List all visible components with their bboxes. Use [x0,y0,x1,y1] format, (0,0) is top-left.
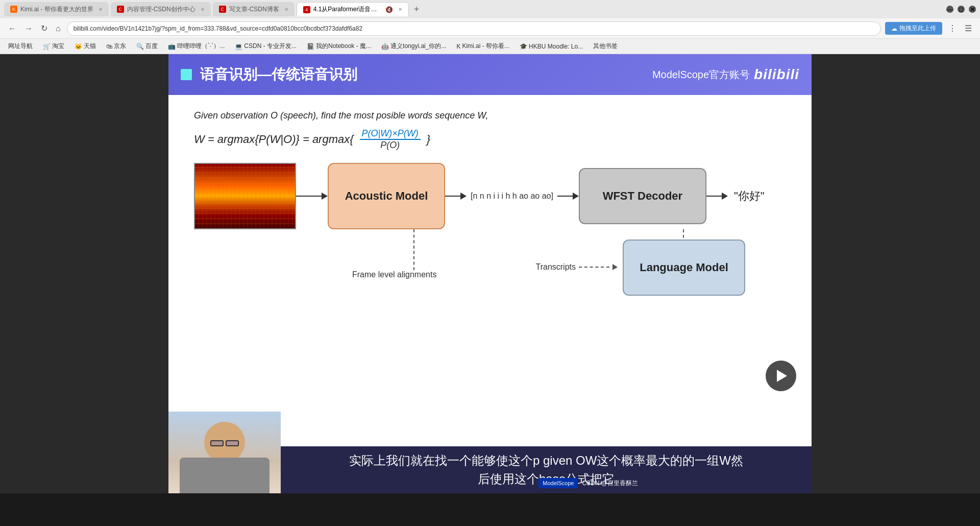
close-button[interactable]: ✕ [969,6,976,13]
arrowhead-1 [322,193,328,200]
bookmark-kimi[interactable]: K Kimi.ai - 帮你看... [452,41,513,52]
tab-close-csdn-write[interactable]: ✕ [284,7,288,12]
modelscope-text: ModelScope [543,480,574,486]
reload-button[interactable]: ↻ [39,21,50,35]
forward-button[interactable]: → [22,22,35,35]
h-line-1 [296,196,322,197]
cloud-icon: ☁ [891,25,897,32]
nav-bar: ← → ↻ ⌂ ☁ 拖拽至此上传 ⋮ ☰ [0,18,980,39]
csdn-watermark: CSDN @百里香酥兰 [582,479,638,488]
fraction-numerator: P(O|W)×P(W) [360,128,421,140]
new-tab-button[interactable]: + [411,4,423,15]
tab-bilibili-video[interactable]: 4 4.1从Paraformer语音识别了 🔇 ✕ [297,2,409,16]
play-icon [777,370,787,382]
subtitle-line1: 实际上我们就在找一个能够使这个p given OW这个概率最大的的一组W然 [349,451,743,470]
menu-button[interactable]: ☰ [963,21,974,35]
tab-csdn-write[interactable]: C 写文章-CSDN博客 ✕ [213,2,295,16]
h-line-2 [445,196,460,197]
bookmark-baidu[interactable]: 🔍 百度 [132,41,162,52]
bookmark-other[interactable]: 其他书签 [589,41,622,52]
avatar-person [168,412,281,493]
person-body [180,458,270,493]
spectrogram-overlay [195,164,295,228]
formula-section: Given observation O (speech), find the m… [194,110,786,151]
language-model-box: Language Model [623,240,745,296]
bookmark-csdn[interactable]: 💻 CSDN - 专业开发... [231,41,301,52]
arrow-acoustic-phoneme [445,193,467,200]
browser-chrome: K Kimi.ai - 帮你看更大的世界 ✕ C 内容管理-CSDN创作中心 ✕… [0,0,980,54]
bookmark-bilibili[interactable]: 📺 哔哩哔哩（`·`）... [164,41,229,52]
tab-close-bilibili[interactable]: ✕ [398,7,402,12]
address-bar[interactable] [67,21,881,36]
transcripts-label: Transcripts [535,262,576,272]
formula-equation: W = argmax{P(W|O)} = argmax{ P(O|W)×P(W)… [194,128,786,151]
arrowhead-transcripts [612,264,618,270]
video-container: 语音识别—传统语音识别 ModelScope官方账号 bilibili Give… [0,54,980,493]
bookmark-notebook[interactable]: 📓 我的Notebook - 魔... [303,41,375,52]
back-button[interactable]: ← [6,22,18,35]
extensions-button[interactable]: ⋮ [946,21,959,35]
arrow-wfst-output [706,193,728,200]
slide-header: 语音识别—传统语音识别 ModelScope官方账号 bilibili [168,54,812,95]
window-controls: — □ ✕ [946,6,976,13]
tab-close-kimi[interactable]: ✕ [99,7,103,12]
minimize-button[interactable]: — [946,6,953,13]
wfst-decoder-label: WFST Decoder [603,189,682,203]
home-button[interactable]: ⌂ [54,22,63,35]
avatar-area [168,412,281,493]
modelscope-logo: ModelScope [538,478,578,488]
formula-left: W = argmax{P(W|O)} = argmax{ [194,133,354,146]
arrowhead-3 [573,193,579,200]
fraction-denominator: P(O) [378,140,402,151]
maximize-button[interactable]: □ [958,6,965,13]
title-bar: K Kimi.ai - 帮你看更大的世界 ✕ C 内容管理-CSDN创作中心 ✕… [0,0,980,18]
tab-csdn-manage[interactable]: C 内容管理-CSDN创作中心 ✕ [111,2,211,16]
below-diagram: Frame level alignments Transcripts [194,229,786,311]
brand-name: ModelScope官方账号 [652,68,750,82]
chinese-output: "你好" [728,188,771,204]
glasses [210,440,239,446]
bilibili-logo: bilibili [754,66,799,83]
h-line-3 [557,196,573,197]
side-play-button[interactable] [766,361,796,391]
formula-fraction: P(O|W)×P(W) P(O) [360,128,421,151]
diagram-wrapper: Acoustic Model [n n n i i i h h ao ao ao… [194,163,786,311]
frame-alignment-label: Frame level alignments [352,270,436,279]
bookmark-taobao[interactable]: 🛒 淘宝 [39,41,68,52]
upload-button[interactable]: ☁ 拖拽至此上传 [885,22,942,35]
diagram-row: Acoustic Model [n n n i i i h h ao ao ao… [194,163,786,229]
mute-icon[interactable]: 🔇 [385,6,393,13]
bookmark-jd[interactable]: 🛍 京东 [102,41,130,52]
arrow-phoneme-wfst [557,193,579,200]
tab-close-csdn-manage[interactable]: ✕ [201,7,205,12]
bookmark-nav[interactable]: 网址导航 [4,41,37,52]
bookmark-tmall[interactable]: 🐱 天猫 [70,41,100,52]
tab-kimi[interactable]: K Kimi.ai - 帮你看更大的世界 ✕ [4,2,109,16]
slide-title: 语音识别—传统语音识别 [200,65,357,84]
bookmark-hkbu[interactable]: 🎓 HKBU Moodle: Lo... [516,42,587,51]
slide-content: Given observation O (speech), find the m… [168,95,812,326]
phoneme-output: [n n n i i i h h ao ao ao] [467,192,557,201]
arrow-spectrogram-acoustic [296,193,328,200]
transcripts-area: Transcripts [535,262,618,272]
spectrogram-image [194,163,296,229]
wfst-decoder-box: WFST Decoder [579,168,706,224]
acoustic-model-box: Acoustic Model [328,163,445,229]
arrowhead-2 [460,193,467,200]
dashed-h-transcripts [579,267,609,268]
arrowhead-4 [722,193,728,200]
bookmark-tongyi[interactable]: 🤖 通义tongyi.ai_你的... [377,41,450,52]
dashed-line-acoustic [413,229,414,270]
person-head [204,422,245,463]
slide-area: 语音识别—传统语音识别 ModelScope官方账号 bilibili Give… [168,54,812,493]
bottom-section: 实际上我们就在找一个能够使这个p given OW这个概率最大的的一组W然 后使… [168,412,812,493]
bookmarks-bar: 网址导航 🛒 淘宝 🐱 天猫 🛍 京东 🔍 百度 📺 哔哩哔哩（`·`）... … [0,39,980,54]
formula-intro-text: Given observation O (speech), find the m… [194,110,786,121]
formula-right: } [427,133,430,146]
bottom-logo-area: ModelScope CSDN @百里香酥兰 [538,478,638,488]
h-line-4 [706,196,722,197]
acoustic-model-label: Acoustic Model [345,189,428,203]
language-model-label: Language Model [640,261,728,274]
header-decoration [181,69,192,80]
brand-area: ModelScope官方账号 bilibili [652,66,799,83]
